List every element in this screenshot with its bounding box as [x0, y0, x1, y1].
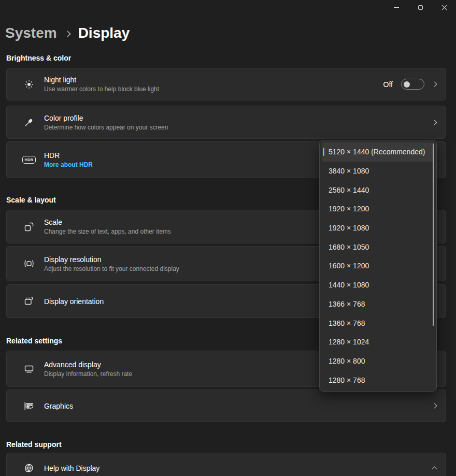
- resolution-option[interactable]: 1280 × 800: [322, 352, 434, 371]
- graphics-icon: [22, 400, 36, 412]
- resolution-option-label: 5120 × 1440 (Recommended): [329, 148, 425, 156]
- resolution-option-label: 1280 × 1024: [329, 338, 369, 346]
- resolution-option-label: 3840 × 1080: [329, 167, 369, 175]
- resolution-option-label: 1280 × 768: [329, 376, 365, 384]
- color-profile-subtitle: Determine how colors appear on your scre…: [44, 124, 168, 131]
- resolution-option-label: 1920 × 1080: [329, 224, 369, 232]
- resolution-option[interactable]: 3840 × 1080: [322, 162, 434, 181]
- chevron-right-icon: [432, 120, 437, 125]
- selected-accent-bar: [323, 148, 324, 156]
- chevron-right-icon: [432, 82, 437, 87]
- row-graphics[interactable]: Graphics: [6, 390, 446, 422]
- row-color-profile[interactable]: Color profile Determine how colors appea…: [6, 106, 446, 139]
- resolution-option[interactable]: 1600 × 1200: [322, 256, 434, 276]
- scale-icon: [22, 221, 36, 233]
- resolution-option-label: 1440 × 1080: [329, 281, 369, 289]
- chevron-up-icon: [432, 467, 437, 472]
- row-help-with-display[interactable]: Help with Display: [6, 453, 446, 476]
- resolution-option-label: 1280 × 800: [329, 357, 365, 365]
- night-light-icon: [22, 78, 36, 91]
- minimize-icon: [394, 7, 399, 8]
- advanced-display-icon: [22, 363, 36, 375]
- page-title: Display: [78, 25, 130, 41]
- display-resolution-title: Display resolution: [44, 255, 179, 264]
- hdr-title: HDR: [44, 151, 93, 160]
- resolution-option[interactable]: 1680 × 1050: [322, 237, 434, 256]
- night-light-toggle-label: Off: [383, 80, 393, 89]
- advanced-display-subtitle: Display information, refresh rate: [44, 370, 132, 378]
- dropdown-scrollbar[interactable]: [433, 143, 434, 326]
- advanced-display-title: Advanced display: [44, 360, 132, 369]
- hdr-more-link[interactable]: More about HDR: [44, 161, 93, 168]
- help-globe-search-icon: [22, 462, 36, 474]
- resolution-option[interactable]: 1360 × 768: [322, 313, 434, 333]
- maximize-button[interactable]: [408, 0, 432, 15]
- resolution-option-label: 1360 × 768: [329, 319, 365, 327]
- minimize-button[interactable]: [384, 0, 408, 15]
- toggle-knob: [404, 81, 410, 88]
- resolution-option[interactable]: 1440 × 1080: [322, 276, 434, 295]
- scale-subtitle: Change the size of text, apps, and other…: [44, 228, 171, 235]
- resolution-option[interactable]: 1280 × 1024: [322, 333, 434, 352]
- scale-title: Scale: [44, 218, 171, 226]
- night-light-subtitle: Use warmer colors to help block blue lig…: [44, 85, 159, 93]
- display-resolution-subtitle: Adjust the resolution to fit your connec…: [44, 265, 179, 272]
- resolution-option[interactable]: 1920 × 1080: [322, 219, 434, 238]
- row-night-light[interactable]: Night light Use warmer colors to help bl…: [6, 68, 446, 100]
- display-orientation-title: Display orientation: [44, 297, 104, 306]
- chevron-right-icon: [432, 403, 437, 409]
- color-profile-icon: [22, 116, 36, 128]
- close-icon: [441, 5, 447, 10]
- resolution-option-label: 1366 × 768: [329, 300, 365, 308]
- resolution-option[interactable]: 2560 × 1440: [322, 180, 434, 199]
- titlebar: [0, 0, 456, 15]
- night-light-title: Night light: [44, 76, 159, 84]
- resolution-option-label: 1600 × 1200: [329, 262, 369, 270]
- section-scale-layout: Scale & layout: [6, 196, 56, 204]
- color-profile-title: Color profile: [44, 114, 168, 122]
- resolution-option[interactable]: 1920 × 1200: [322, 199, 434, 219]
- night-light-toggle[interactable]: [401, 79, 424, 90]
- maximize-icon: [418, 5, 423, 10]
- resolution-option[interactable]: 1366 × 768: [322, 295, 434, 314]
- resolution-option-selected[interactable]: 5120 × 1440 (Recommended): [322, 142, 434, 162]
- close-button[interactable]: [432, 0, 456, 15]
- resolution-option-label: 2560 × 1440: [329, 186, 369, 194]
- help-with-display-title: Help with Display: [44, 464, 99, 472]
- hdr-icon: HDR: [22, 156, 36, 164]
- display-resolution-icon: [22, 257, 36, 270]
- resolution-option-label: 1920 × 1200: [329, 205, 369, 213]
- breadcrumb-system[interactable]: System: [5, 25, 57, 41]
- resolution-dropdown: 5120 × 1440 (Recommended) 3840 × 1080 25…: [319, 140, 437, 392]
- breadcrumb-chevron-icon: [64, 31, 71, 37]
- display-orientation-icon: [22, 295, 36, 308]
- resolution-option-label: 1680 × 1050: [329, 243, 369, 251]
- breadcrumb: System Display: [5, 25, 130, 41]
- section-related-support: Related support: [6, 440, 62, 449]
- hdr-badge-label: HDR: [22, 156, 35, 164]
- resolution-option[interactable]: 1280 × 768: [322, 370, 434, 390]
- graphics-title: Graphics: [44, 402, 73, 410]
- section-brightness-color: Brightness & color: [6, 54, 71, 62]
- section-related-settings: Related settings: [6, 337, 62, 345]
